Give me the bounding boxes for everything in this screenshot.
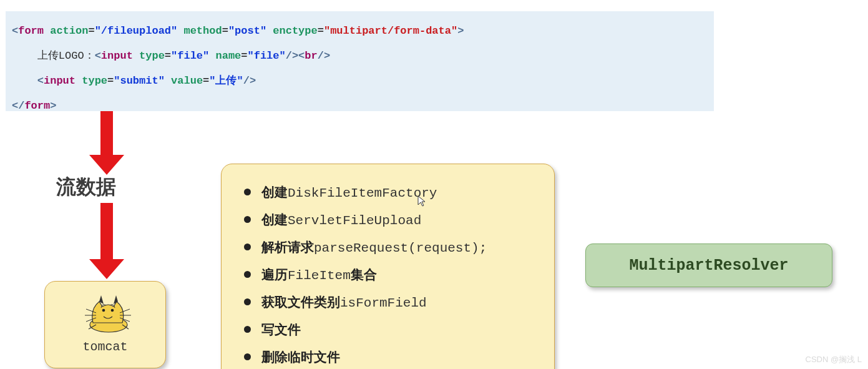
tomcat-label: tomcat	[45, 340, 165, 354]
list-item: 遍历FileItem集合	[249, 262, 537, 289]
tomcat-icon	[77, 290, 134, 337]
svg-point-1	[102, 309, 105, 312]
code-line-2: 上传LOGO：<input type="file" name="file"/><…	[12, 44, 708, 69]
resolver-box: MultipartResolver	[585, 244, 832, 287]
list-item: 创建DiskFileItemFactory	[249, 179, 537, 207]
list-item: 解析请求parseRequest(request);	[249, 234, 537, 262]
svg-point-2	[110, 309, 114, 312]
steps-list: 创建DiskFileItemFactory 创建ServletFileUploa…	[249, 179, 537, 369]
arrow-down-icon	[94, 111, 119, 174]
code-block: <form action="/fileupload" method="post"…	[6, 11, 714, 111]
list-item: 删除临时文件	[249, 344, 537, 369]
watermark: CSDN @搁浅 L	[806, 354, 862, 365]
tomcat-box: tomcat	[44, 281, 166, 368]
flow-label: 流数据	[56, 174, 116, 201]
code-line-3: <input type="submit" value="上传"/>	[12, 69, 708, 94]
arrow-down-icon	[94, 203, 119, 278]
code-line-1: <form action="/fileupload" method="post"…	[12, 19, 708, 44]
list-item: 创建ServletFileUpload	[249, 207, 537, 234]
resolver-label: MultipartResolver	[629, 257, 788, 275]
list-item: 写文件	[249, 317, 537, 344]
steps-box: 创建DiskFileItemFactory 创建ServletFileUploa…	[221, 164, 555, 369]
list-item: 获取文件类别isFormField	[249, 289, 537, 317]
